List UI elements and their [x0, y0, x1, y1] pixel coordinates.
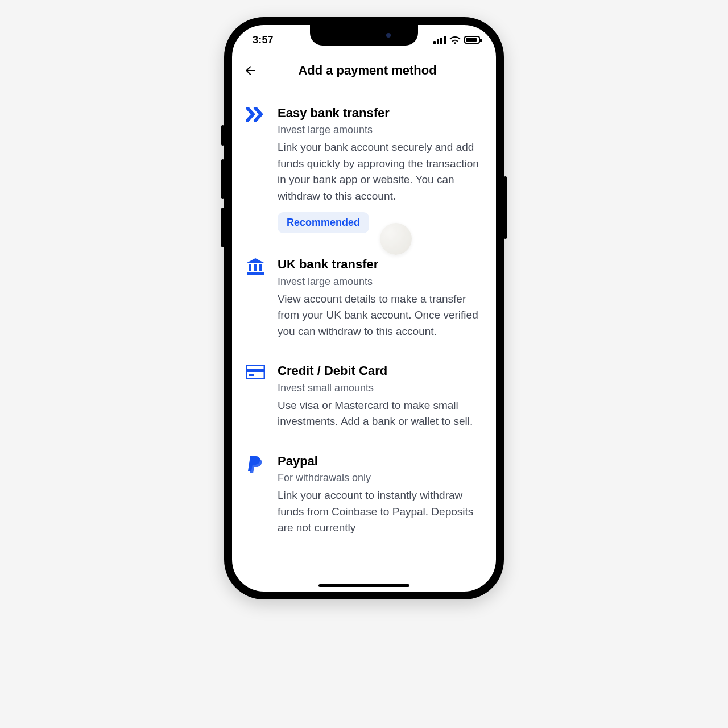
nav-header: Add a payment method — [232, 55, 496, 86]
wifi-icon — [449, 35, 461, 44]
side-button — [221, 125, 224, 146]
fast-forward-icon — [246, 106, 265, 122]
method-description: Link your bank account securely and add … — [278, 139, 482, 204]
card-icon — [246, 363, 265, 379]
phone-screen: 3:57 Add a payment — [232, 25, 496, 592]
page-title: Add a payment method — [249, 63, 486, 78]
payment-methods-list: Easy bank transfer Invest large amounts … — [232, 88, 496, 592]
method-title: UK bank transfer — [278, 257, 482, 272]
bank-icon — [246, 257, 265, 275]
method-title: Easy bank transfer — [278, 106, 482, 121]
home-indicator[interactable] — [318, 584, 410, 587]
status-time: 3:57 — [253, 34, 274, 46]
paypal-icon — [246, 454, 265, 474]
svg-rect-3 — [259, 264, 262, 271]
volume-down-button — [221, 208, 224, 247]
power-button — [504, 176, 507, 239]
method-description: Use visa or Mastercard to make small inv… — [278, 398, 482, 430]
method-title: Paypal — [278, 454, 482, 469]
recommended-badge: Recommended — [278, 212, 369, 233]
notch — [310, 25, 418, 46]
method-uk-bank-transfer[interactable]: UK bank transfer Invest large amounts Vi… — [246, 248, 482, 354]
method-paypal[interactable]: Paypal For withdrawals only Link your ac… — [246, 445, 482, 551]
touch-indicator — [380, 223, 412, 255]
method-subtitle: Invest large amounts — [278, 124, 482, 136]
method-subtitle: Invest small amounts — [278, 382, 482, 394]
method-description: Link your account to instantly withdraw … — [278, 487, 482, 536]
method-credit-debit-card[interactable]: Credit / Debit Card Invest small amounts… — [246, 354, 482, 444]
phone-frame: 3:57 Add a payment — [224, 17, 504, 599]
volume-up-button — [221, 159, 224, 199]
svg-rect-7 — [249, 374, 254, 376]
method-subtitle: For withdrawals only — [278, 472, 482, 484]
method-description: View account details to make a transfer … — [278, 291, 482, 340]
method-easy-bank-transfer[interactable]: Easy bank transfer Invest large amounts … — [246, 97, 482, 248]
svg-marker-0 — [247, 258, 264, 263]
svg-rect-6 — [246, 369, 264, 372]
method-title: Credit / Debit Card — [278, 363, 482, 378]
svg-rect-4 — [247, 272, 264, 275]
cellular-signal-icon — [433, 36, 446, 44]
method-subtitle: Invest large amounts — [278, 276, 482, 288]
svg-rect-2 — [254, 264, 257, 271]
svg-rect-1 — [249, 264, 251, 271]
battery-icon — [464, 36, 480, 44]
